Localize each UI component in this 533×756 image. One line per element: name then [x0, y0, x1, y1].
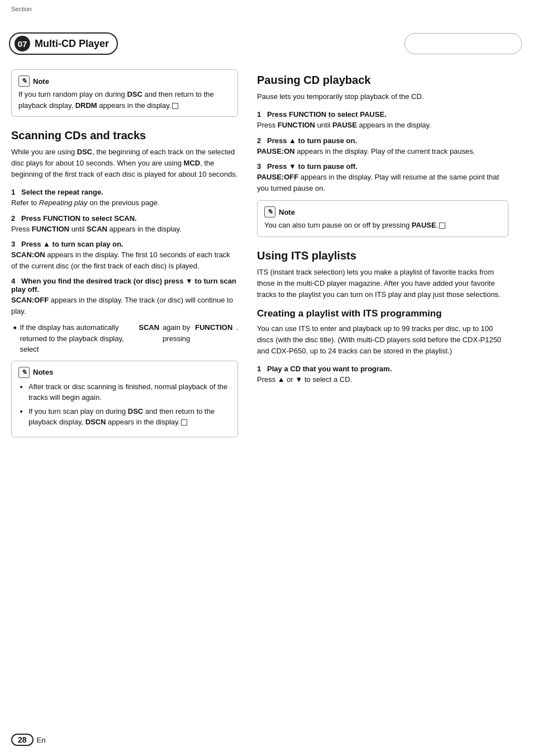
pausing-intro: Pause lets you temporarily stop playback… — [257, 91, 508, 102]
step-3-body: SCAN:ON appears in the display. The firs… — [11, 249, 238, 271]
creating-subsection: Creating a playlist with ITS programming… — [257, 308, 508, 385]
small-sq-2 — [181, 419, 187, 426]
creating-step-1: 1 Play a CD that you want to program. Pr… — [257, 365, 508, 385]
step-1-body: Refer to Repeating play on the previous … — [11, 197, 238, 209]
step-2-header: 2 Press FUNCTION to select SCAN. — [11, 214, 238, 223]
step-1-header: 1 Select the repeat range. — [11, 188, 238, 196]
notes-list: After track or disc scanning is finished… — [28, 381, 231, 428]
pausing-heading: Pausing CD playback — [257, 74, 508, 87]
small-sq-1 — [172, 103, 178, 109]
creating-step-1-body: Press ▲ or ▼ to select a CD. — [257, 374, 508, 385]
note-header-1: ✎ Note — [18, 75, 231, 87]
pause-note-label: Note — [279, 208, 295, 216]
scanning-heading: Scanning CDs and tracks — [11, 129, 238, 142]
step-4-header: 4 When you find the desired track (or di… — [11, 277, 238, 294]
page-number: 28 — [11, 734, 34, 746]
pause-note-text: You can also turn pause on or off by pre… — [264, 220, 501, 231]
note-box-2: ✎ Notes After track or disc scanning is … — [11, 361, 238, 437]
note-icon-1: ✎ — [18, 75, 30, 87]
scanning-section: Scanning CDs and tracks While you are us… — [11, 129, 238, 437]
step-3-header: 3 Press ▲ to turn scan play on. — [11, 240, 238, 248]
page-footer: 28 En — [11, 734, 45, 746]
note-box-pause: ✎ Note You can also turn pause on or off… — [257, 200, 508, 237]
step-2: 2 Press FUNCTION to select SCAN. Press F… — [11, 214, 238, 235]
note-icon-2: ✎ — [18, 367, 30, 378]
creating-heading: Creating a playlist with ITS programming — [257, 308, 508, 319]
small-sq-3 — [439, 223, 445, 229]
section-label: Section — [11, 6, 32, 12]
note-label-1: Note — [33, 77, 49, 86]
scanning-intro: While you are using DSC, the beginning o… — [11, 147, 238, 180]
step-4-body: SCAN:OFF appears in the display. The tra… — [11, 295, 238, 316]
step-4: 4 When you find the desired track (or di… — [11, 277, 238, 316]
section-title: Multi-CD Player — [35, 38, 109, 50]
pause-step-2: 2 Press ▲ to turn pause on. PAUSE:ON app… — [257, 136, 508, 157]
its-heading: Using ITS playlists — [257, 249, 508, 262]
its-intro: ITS (instant track selection) lets you m… — [257, 267, 508, 300]
pause-step-2-header: 2 Press ▲ to turn pause on. — [257, 136, 508, 145]
step-1: 1 Select the repeat range. Refer to Repe… — [11, 188, 238, 209]
note-item-2: If you turn scan play on during DSC and … — [28, 406, 231, 428]
pause-step-1-body: Press FUNCTION until PAUSE appears in th… — [257, 120, 508, 131]
bullet-list-scan: If the display has automatically returne… — [13, 322, 238, 355]
step-2-body: Press FUNCTION until SCAN appears in the… — [11, 224, 238, 235]
step-3: 3 Press ▲ to turn scan play on. SCAN:ON … — [11, 240, 238, 271]
notes-label: Notes — [33, 368, 53, 376]
language-label: En — [37, 736, 46, 744]
pause-step-3-body: PAUSE:OFF appears in the display. Play w… — [257, 172, 508, 193]
pause-step-1: 1 Press FUNCTION to select PAUSE. Press … — [257, 110, 508, 131]
pause-step-1-header: 1 Press FUNCTION to select PAUSE. — [257, 110, 508, 119]
note-text-1: If you turn random play on during DSC an… — [18, 89, 231, 111]
pause-step-3-header: 3 Press ▼ to turn pause off. — [257, 162, 508, 171]
note-header-2: ✎ Notes — [18, 367, 231, 378]
page-decoration — [404, 33, 522, 54]
note-box-1: ✎ Note If you turn random play on during… — [11, 69, 238, 117]
pause-step-2-body: PAUSE:ON appears in the display. Play of… — [257, 146, 508, 157]
note-icon-pause: ✎ — [264, 206, 275, 218]
note-item-1: After track or disc scanning is finished… — [28, 381, 231, 403]
its-section: Using ITS playlists ITS (instant track s… — [257, 249, 508, 385]
pausing-section: Pausing CD playback Pause lets you tempo… — [257, 74, 508, 237]
bullet-item-scan: If the display has automatically returne… — [13, 322, 238, 355]
note-header-pause: ✎ Note — [264, 206, 501, 218]
creating-step-1-header: 1 Play a CD that you want to program. — [257, 365, 508, 373]
creating-intro: You can use ITS to enter and playback up… — [257, 323, 508, 357]
right-column: Pausing CD playback Pause lets you tempo… — [251, 60, 508, 450]
left-column: ✎ Note If you turn random play on during… — [11, 60, 251, 450]
section-number: 07 — [15, 36, 30, 51]
section-pill: 07 Multi-CD Player — [9, 32, 118, 55]
pause-step-3: 3 Press ▼ to turn pause off. PAUSE:OFF a… — [257, 162, 508, 193]
